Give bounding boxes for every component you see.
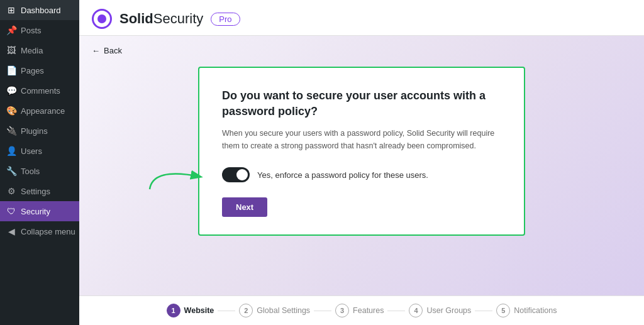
step-4-usergroups[interactable]: 4 User Groups (409, 304, 471, 317)
appearance-icon: 🎨 (6, 106, 16, 116)
step-5-num: 5 (496, 304, 510, 317)
sidebar-item-security[interactable]: 🛡 Security (0, 201, 79, 221)
main-area: SolidSecurity Pro ← Back Do you want to … (79, 0, 644, 325)
sidebar-item-appearance[interactable]: 🎨 Appearance (0, 101, 79, 121)
posts-icon: 📌 (6, 25, 16, 35)
sidebar-item-label: Comments (21, 86, 60, 96)
step-5-label: Notifications (514, 306, 557, 315)
step-2-label: Global Settings (257, 306, 310, 315)
media-icon: 🖼 (6, 45, 16, 55)
logo-icon (92, 9, 112, 29)
step-separator-4 (475, 311, 492, 311)
back-button[interactable]: ← Back (92, 46, 122, 55)
sidebar-item-label: Settings (21, 187, 50, 196)
step-1-website[interactable]: 1 Website (167, 304, 214, 317)
toggle-row: Yes, enforce a password policy for these… (222, 167, 501, 182)
pro-badge: Pro (211, 13, 240, 26)
sidebar-item-label: Media (21, 46, 43, 55)
pages-icon: 📄 (6, 65, 16, 75)
sidebar-item-label: Security (21, 207, 50, 216)
sidebar-item-label: Users (21, 146, 42, 156)
step-separator-2 (314, 311, 331, 311)
step-separator-3 (387, 311, 405, 311)
arrow-indicator (147, 161, 216, 192)
card-title: Do you want to secure your user accounts… (222, 88, 501, 119)
app-title: SolidSecurity (119, 11, 203, 27)
sidebar-item-label: Appearance (21, 106, 65, 116)
toggle-knob (236, 169, 248, 180)
toggle-label: Yes, enforce a password policy for these… (257, 170, 428, 180)
sidebar-item-pages[interactable]: 📄 Pages (0, 60, 79, 80)
app-header: SolidSecurity Pro (79, 0, 644, 36)
step-4-label: User Groups (426, 306, 471, 315)
next-button[interactable]: Next (222, 197, 267, 217)
back-label: Back (104, 46, 122, 55)
sidebar-item-label: Dashboard (21, 6, 61, 15)
sidebar-item-label: Tools (21, 167, 40, 176)
sidebar-item-label: Collapse menu (21, 227, 75, 236)
sidebar-item-comments[interactable]: 💬 Comments (0, 80, 79, 101)
plugins-icon: 🔌 (6, 126, 16, 136)
comments-icon: 💬 (6, 85, 16, 96)
step-5-notifications[interactable]: 5 Notifications (496, 304, 557, 317)
security-icon: 🛡 (6, 206, 16, 216)
step-4-num: 4 (409, 304, 423, 317)
sidebar-item-collapse[interactable]: ◀ Collapse menu (0, 221, 79, 241)
sidebar-item-tools[interactable]: 🔧 Tools (0, 161, 79, 181)
step-2-global[interactable]: 2 Global Settings (239, 304, 310, 317)
logo-inner-circle (97, 14, 106, 23)
step-1-label: Website (184, 306, 214, 315)
sidebar-item-label: Pages (21, 66, 44, 75)
back-arrow-icon: ← (92, 46, 100, 55)
sidebar: ⊞ Dashboard 📌 Posts 🖼 Media 📄 Pages 💬 Co… (0, 0, 79, 325)
sidebar-item-users[interactable]: 👤 Users (0, 141, 79, 161)
step-3-num: 3 (335, 304, 349, 317)
sidebar-item-plugins[interactable]: 🔌 Plugins (0, 121, 79, 141)
sidebar-item-media[interactable]: 🖼 Media (0, 40, 79, 60)
users-icon: 👤 (6, 146, 16, 156)
dashboard-icon: ⊞ (6, 5, 16, 15)
step-3-features[interactable]: 3 Features (335, 304, 384, 317)
tools-icon: 🔧 (6, 166, 16, 176)
step-separator-1 (218, 311, 235, 311)
password-policy-card: Do you want to secure your user accounts… (198, 67, 525, 236)
card-description: When you secure your users with a passwo… (222, 127, 501, 152)
step-3-label: Features (353, 306, 384, 315)
sidebar-item-settings[interactable]: ⚙ Settings (0, 181, 79, 201)
main-content: ← Back Do you want to secure your user a… (79, 36, 644, 295)
wizard-stepper: 1 Website 2 Global Settings 3 Features 4… (79, 295, 644, 325)
step-1-num: 1 (167, 304, 180, 317)
password-policy-toggle[interactable] (222, 167, 250, 182)
sidebar-item-label: Posts (21, 26, 42, 35)
settings-icon: ⚙ (6, 186, 16, 196)
collapse-icon: ◀ (6, 226, 16, 236)
sidebar-item-posts[interactable]: 📌 Posts (0, 20, 79, 40)
sidebar-item-label: Plugins (21, 126, 48, 136)
step-2-num: 2 (239, 304, 253, 317)
sidebar-item-dashboard[interactable]: ⊞ Dashboard (0, 0, 79, 20)
